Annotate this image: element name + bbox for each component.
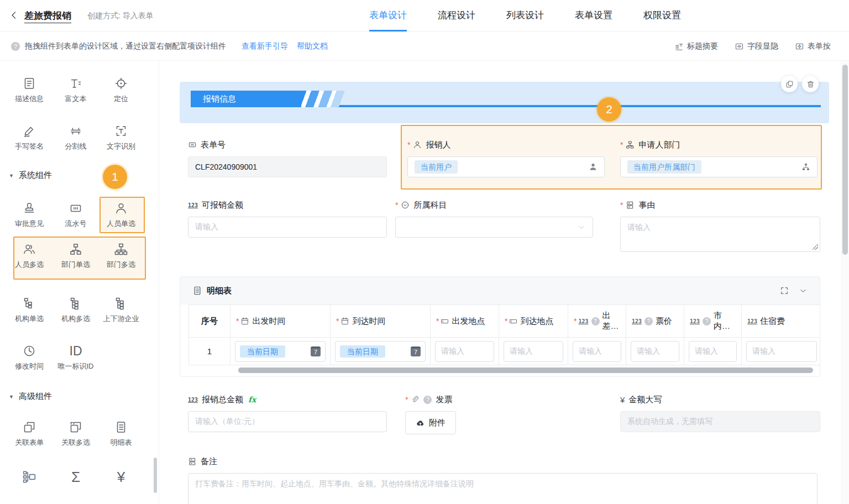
form-button-settings[interactable]: 表单按: [795, 41, 831, 51]
sidebar-item-sum-component[interactable]: Σ: [53, 469, 98, 485]
col-depart-time[interactable]: * 出发时间: [230, 305, 331, 338]
field-reason[interactable]: * 事由 请输入: [620, 200, 820, 252]
reason-textarea[interactable]: 请输入: [620, 217, 820, 252]
cell-travel-allowance: 请输入: [568, 338, 626, 365]
arrive-date-input[interactable]: 当前日期 7: [335, 341, 426, 362]
help-circle-icon[interactable]: ?: [703, 317, 711, 326]
expand-icon[interactable]: [780, 286, 789, 295]
sidebar-item-org-multi[interactable]: 机构多选: [53, 295, 98, 324]
cell-arrive-time: 当前日期 7: [331, 338, 431, 365]
sidebar-item-location[interactable]: 定位: [98, 75, 144, 104]
sidebar-item-supply-chain[interactable]: 上下游企业: [98, 295, 144, 324]
tab-list-design[interactable]: 列表设计: [506, 0, 544, 32]
section-title-ribbon: 报销信息: [191, 91, 301, 107]
sidebar-scrollbar[interactable]: [154, 458, 157, 493]
section-system-components[interactable]: ▼ 系统组件: [9, 170, 52, 181]
number-field-icon: 123: [690, 318, 700, 324]
current-date-tag[interactable]: 当前日期: [240, 345, 285, 358]
sidebar-item-org-single[interactable]: 机构单选: [7, 295, 52, 324]
col-travel-allowance[interactable]: * 123 ? 出差…: [568, 305, 626, 338]
hotel-fee-input[interactable]: 请输入: [746, 341, 817, 362]
col-city-transport[interactable]: 123 ? 市内…: [684, 305, 742, 338]
sidebar-item-signature[interactable]: 手写签名: [7, 123, 52, 151]
sidebar-item-linked-multi[interactable]: 关联多选: [53, 419, 98, 448]
help-circle-icon[interactable]: ?: [644, 317, 653, 326]
field-form-no[interactable]: 表单号 CLF20240909001: [188, 139, 387, 177]
sidebar-item-approval-opinion[interactable]: 审批意见: [7, 200, 52, 229]
field-amount-in-words[interactable]: ¥ 金额大写 系统自动生成，无需填写: [620, 394, 820, 432]
calendar-picker-icon[interactable]: 7: [311, 347, 321, 356]
delete-button[interactable]: [802, 76, 819, 92]
tab-permission-settings[interactable]: 权限设置: [643, 0, 681, 32]
help-circle-icon[interactable]: ?: [423, 396, 432, 404]
sidebar-item-divider[interactable]: 分割线: [53, 123, 98, 151]
field-claimable-amount[interactable]: 123 可报销金额 请输入: [188, 200, 387, 238]
sidebar-item-serial-number[interactable]: 流水号: [53, 200, 98, 229]
tab-form-settings[interactable]: 表单设置: [575, 0, 612, 32]
tab-form-design[interactable]: 表单设计: [369, 0, 407, 32]
field-applicant[interactable]: * 报销人 当前用户: [407, 139, 605, 177]
collapse-chevron-icon[interactable]: [799, 286, 808, 295]
tab-flow-design[interactable]: 流程设计: [438, 0, 475, 32]
sidebar-item-richtext[interactable]: 富文本: [53, 75, 98, 104]
dept-fill-icon: [801, 162, 810, 171]
remark-textarea[interactable]: 打车费备注：用车时间、起止地点、用车事由、金额。其他特殊情况详细备注说明: [188, 473, 817, 504]
sidebar-item-modified-time[interactable]: 修改时间: [7, 343, 52, 371]
back-icon[interactable]: [9, 11, 19, 20]
sidebar-item-person-single[interactable]: 人员单选: [98, 200, 144, 229]
cell-depart-time: 当前日期 7: [230, 338, 331, 365]
sidebar-item-person-multi[interactable]: 人员多选: [7, 241, 52, 270]
resize-handle[interactable]: [813, 244, 818, 250]
field-applicant-dept[interactable]: * 申请人部门 当前用户所属部门: [620, 139, 817, 177]
richtext-icon: [53, 75, 98, 92]
dept-input[interactable]: 当前用户所属部门: [620, 156, 817, 177]
current-dept-tag[interactable]: 当前用户所属部门: [627, 160, 701, 174]
sidebar-item-unique-id[interactable]: ID 唯一标识ID: [53, 343, 98, 371]
sidebar-item-dept-single[interactable]: 部门单选: [53, 241, 98, 270]
col-arrive-place[interactable]: * 到达地点: [499, 305, 568, 338]
depart-place-input[interactable]: 请输入: [435, 341, 494, 362]
sidebar-item-currency-component[interactable]: ¥: [98, 469, 144, 485]
subject-select[interactable]: [395, 217, 593, 238]
field-remark[interactable]: 备注 打车费备注：用车时间、起止地点、用车事由、金额。其他特殊情况详细备注说明: [188, 456, 817, 504]
total-amount-input[interactable]: 请输入（单位:元）: [188, 411, 387, 432]
claimable-amount-input[interactable]: 请输入: [188, 217, 387, 238]
depart-date-input[interactable]: 当前日期 7: [235, 341, 326, 362]
field-invoice[interactable]: * ? 发票 附件: [405, 394, 602, 434]
sidebar-item-ocr[interactable]: 文字识别: [98, 123, 144, 151]
section-advanced-components[interactable]: ▼ 高级组件: [9, 391, 52, 402]
field-visibility-button[interactable]: 字段显隐: [735, 41, 778, 51]
calendar-picker-icon[interactable]: 7: [411, 347, 421, 356]
form-no-input[interactable]: CLF20240909001: [188, 156, 387, 177]
sidebar-item-dept-multi[interactable]: 部门多选: [98, 241, 144, 270]
newbie-guide-link[interactable]: 查看新手引导: [242, 41, 288, 51]
main-scrollbar-thumb[interactable]: [842, 65, 848, 255]
field-label: 报销总金额: [202, 395, 243, 405]
col-ticket-price[interactable]: 123 ? 票价: [626, 305, 684, 338]
applicant-input[interactable]: 当前用户: [407, 156, 605, 177]
chevron-down-icon: [577, 223, 586, 232]
attachment-button[interactable]: 附件: [405, 411, 456, 434]
city-transport-input[interactable]: 请输入: [689, 341, 737, 362]
current-user-tag[interactable]: 当前用户: [415, 160, 458, 174]
help-docs-link[interactable]: 帮助文档: [297, 41, 328, 51]
col-hotel-fee[interactable]: 123 住宿费: [742, 305, 820, 338]
current-date-tag[interactable]: 当前日期: [340, 345, 385, 358]
number-field-icon: 123: [747, 318, 757, 324]
col-depart-place[interactable]: * 出发地点: [431, 305, 499, 338]
travel-allowance-input[interactable]: 请输入: [573, 341, 621, 362]
help-circle-icon[interactable]: ?: [591, 317, 600, 326]
arrive-place-input[interactable]: 请输入: [504, 341, 563, 362]
sidebar-item-detail-table[interactable]: 明细表: [98, 419, 144, 448]
field-total-amount[interactable]: 123 报销总金额 fx 请输入（单位:元）: [188, 394, 387, 432]
sidebar-item-description[interactable]: 描述信息: [7, 75, 52, 104]
detail-table-card[interactable]: 明细表 序号 * 出发时间 * 到达时间: [180, 276, 820, 377]
col-arrive-time[interactable]: * 到达时间: [331, 305, 431, 338]
detail-table-horizontal-scrollbar[interactable]: [238, 368, 813, 373]
field-subject[interactable]: * 所属科目: [395, 200, 593, 238]
title-summary-button[interactable]: 标题摘要: [674, 41, 718, 51]
ticket-price-input[interactable]: 请输入: [631, 341, 679, 362]
sidebar-item-group-component[interactable]: [7, 469, 52, 485]
sidebar-item-linked-form[interactable]: 关联表单: [7, 419, 52, 448]
copy-button[interactable]: [781, 76, 798, 92]
